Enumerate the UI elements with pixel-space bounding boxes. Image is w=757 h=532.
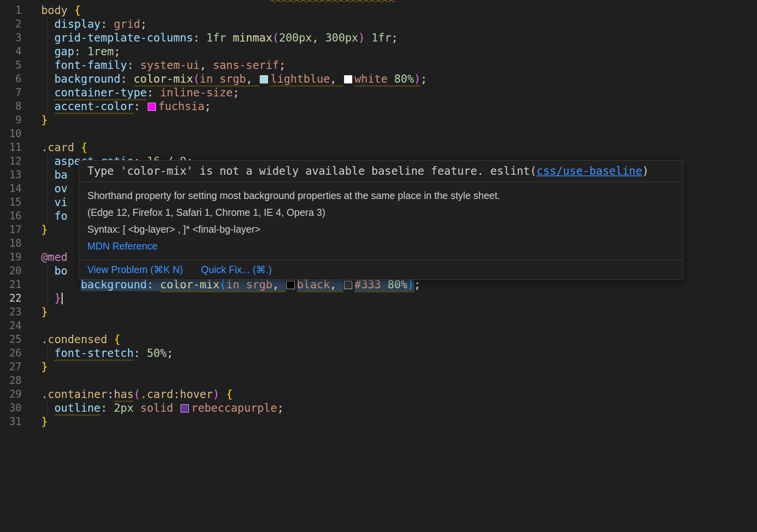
code-line[interactable]: 9} [0,113,757,127]
code-text: display: grid; [41,17,147,31]
code-token: 1fr [206,31,226,44]
code-token: : [134,100,140,113]
color-swatch[interactable] [260,75,268,83]
code-line[interactable]: 31} [0,415,757,429]
code-token: gap [54,45,74,58]
code-line[interactable]: 2 display: grid; [0,17,757,31]
code-line[interactable]: 28 [0,374,757,387]
code-token: ba [54,168,68,181]
line-number: 15 [0,195,27,209]
quick-fix-action[interactable]: Quick Fix... (⌘.) [201,264,272,275]
code-token: color-mix [160,278,219,291]
hover-actions: View Problem (⌘K N) Quick Fix... (⌘.) [79,260,683,279]
code-token [41,100,54,113]
code-line[interactable]: 7 container-type: inline-size; [0,86,757,100]
code-line[interactable]: 10 [0,127,757,141]
code-token [107,333,114,346]
code-token: { [226,388,233,401]
diagnostic-message: Type 'color-mix' is not a widely availab… [79,161,683,182]
code-token: : [101,18,107,31]
code-text: ov [41,182,67,195]
code-line[interactable]: 24 [0,319,757,333]
code-token: in [226,278,239,291]
code-token: { [81,141,87,154]
code-token: : [147,278,154,291]
code-line[interactable]: 25.condensed { [0,333,757,346]
code-line[interactable]: 6 background: color-mix(in srgb, lightbl… [0,72,757,86]
code-token [337,278,343,291]
code-line[interactable]: 4 gap: 1rem; [0,45,757,58]
code-token [127,72,134,85]
code-token: bo [54,264,68,277]
color-swatch[interactable] [344,281,352,289]
code-token [134,59,140,72]
code-text: fo [41,209,67,223]
code-token [81,45,87,58]
color-swatch[interactable] [344,75,352,83]
code-token [41,86,54,99]
mdn-reference-link[interactable]: MDN Reference [87,241,674,252]
code-token: grid [114,18,140,31]
code-token [41,155,54,168]
code-token: font-stretch [54,347,134,360]
code-token: accent-color [54,100,134,113]
code-line[interactable]: 8 accent-color: fuchsia; [0,100,757,113]
code-text: } [41,305,48,319]
code-line[interactable]: 5 font-family: system-ui, sans-serif; [0,58,757,72]
property-docs: Shorthand property for setting most back… [79,182,683,260]
line-number: 5 [0,58,27,72]
code-token [173,402,180,414]
line-number: 23 [0,305,27,319]
line-number: 3 [0,31,27,45]
eslint-rule-link[interactable]: css/use-baseline [536,165,642,177]
code-token: 2px [114,402,134,414]
code-token: rebeccapurple [191,402,277,414]
code-token: : [127,59,134,72]
code-line[interactable]: 11.card { [0,141,757,154]
code-token [239,278,246,291]
code-text: } [41,113,48,127]
color-swatch[interactable] [148,103,156,111]
code-line[interactable]: 29.container:has(.card:hover) { [0,387,757,401]
color-swatch[interactable] [181,404,189,413]
code-token: black [297,278,330,291]
docs-syntax: Syntax: [ <bg-layer> , ]* <final-bg-laye… [87,224,674,235]
code-line[interactable]: 22 } [0,291,757,305]
code-token: { [114,333,120,346]
code-token [154,86,160,99]
code-token: ; [279,59,286,72]
code-token: 50% [147,347,167,360]
code-text: @med [41,250,67,264]
code-token [206,59,213,72]
line-number: 6 [0,72,27,86]
code-line[interactable]: 27} [0,360,757,374]
view-problem-action[interactable]: View Problem (⌘K N) [87,264,183,275]
code-line[interactable]: 3 grid-template-columns: 1fr minmax(200p… [0,31,757,45]
color-swatch[interactable] [286,281,295,289]
code-token: 1fr [371,31,391,44]
code-line[interactable]: 21 background: color-mix(in srgb, black,… [0,278,757,291]
code-token [319,31,325,44]
code-token: 300px [325,31,358,44]
code-token: ; [140,18,147,31]
code-text: .container:has(.card:hover) { [41,387,233,401]
code-token: ( [272,31,279,44]
code-token: ( [134,388,140,401]
code-token: vi [54,196,68,209]
code-line[interactable]: 23} [0,305,757,319]
code-line[interactable]: 26 font-stretch: 50%; [0,346,757,360]
code-token: has [114,388,134,401]
line-number: 25 [0,333,27,346]
code-token [140,347,147,360]
code-line[interactable]: 30 outline: 2px solid rebeccapurple; [0,401,757,415]
code-token [279,278,286,291]
code-line[interactable]: 1body { [0,4,757,17]
code-token: : [74,45,81,58]
line-number: 8 [0,100,27,113]
code-token: } [41,306,48,318]
code-token [200,31,206,44]
code-token: lightblue [270,72,330,85]
code-token: inline-size [160,86,232,99]
code-token: ; [114,45,120,58]
code-token [41,264,54,277]
